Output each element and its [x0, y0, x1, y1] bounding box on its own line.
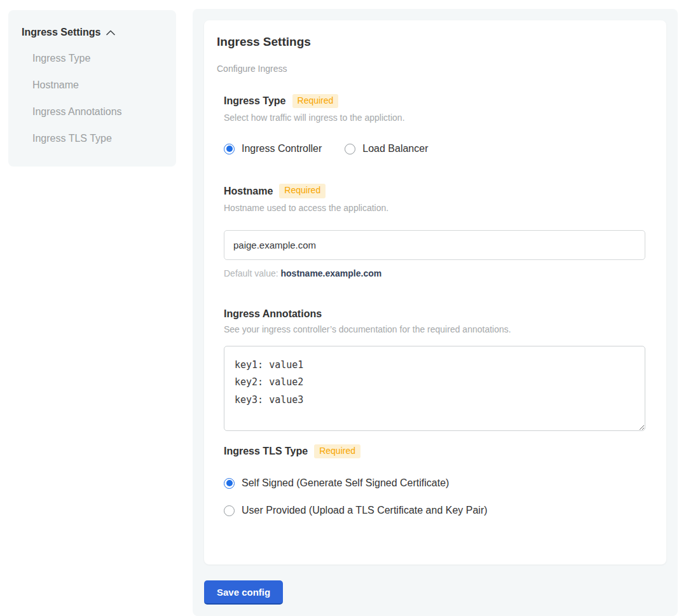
radio-option-self-signed[interactable]: Self Signed (Generate Self Signed Certif…: [224, 477, 654, 489]
section-ingress-annotations-head: Ingress Annotations: [224, 308, 654, 320]
radio-option-load-balancer[interactable]: Load Balancer: [345, 143, 428, 154]
section-hostname: Hostname Required Hostname used to acces…: [224, 184, 654, 278]
config-card: Ingress Settings Configure Ingress Ingre…: [204, 20, 666, 565]
radio-label[interactable]: User Provided (Upload a TLS Certificate …: [242, 505, 488, 516]
ingress-type-radio-group: Ingress Controller Load Balancer: [224, 143, 654, 154]
section-ingress-type-head: Ingress Type Required: [224, 94, 654, 108]
radio-button-icon[interactable]: [224, 505, 235, 516]
section-ingress-annotations: Ingress Annotations See your ingress con…: [224, 308, 654, 431]
radio-label[interactable]: Load Balancer: [362, 143, 428, 154]
section-hostname-head: Hostname Required: [224, 184, 654, 198]
section-ingress-tls-type-title: Ingress TLS Type: [224, 445, 308, 457]
ingress-tls-type-radio-group: Self Signed (Generate Self Signed Certif…: [224, 477, 654, 516]
section-hostname-title: Hostname: [224, 185, 273, 197]
sidebar-group-ingress-settings[interactable]: Ingress Settings: [22, 27, 163, 38]
section-ingress-type-help: Select how traffic will ingress to the a…: [224, 113, 654, 123]
sidebar-item-ingress-tls-type[interactable]: Ingress TLS Type: [32, 133, 163, 144]
chevron-up-icon: [106, 30, 115, 36]
sidebar-item-ingress-annotations[interactable]: Ingress Annotations: [32, 107, 163, 117]
config-panel: Ingress Settings Configure Ingress Ingre…: [193, 9, 678, 616]
section-ingress-annotations-title: Ingress Annotations: [224, 308, 322, 320]
config-nav-sidebar: Ingress Settings Ingress Type Hostname I…: [8, 10, 176, 167]
section-ingress-type-title: Ingress Type: [224, 95, 286, 107]
ingress-annotations-textarea[interactable]: key1: value1 key2: value2 key3: value3: [224, 346, 645, 431]
radio-option-ingress-controller[interactable]: Ingress Controller: [224, 143, 322, 154]
radio-button-icon[interactable]: [224, 478, 235, 489]
radio-option-user-provided[interactable]: User Provided (Upload a TLS Certificate …: [224, 505, 654, 516]
hostname-default-value-line: Default value: hostname.example.com: [224, 268, 654, 278]
section-ingress-tls-type: Ingress TLS Type Required Self Signed (G…: [224, 444, 654, 516]
section-ingress-tls-type-head: Ingress TLS Type Required: [224, 444, 654, 458]
page-title: Ingress Settings: [217, 35, 654, 50]
sidebar-item-list: Ingress Type Hostname Ingress Annotation…: [22, 53, 163, 144]
radio-label[interactable]: Self Signed (Generate Self Signed Certif…: [242, 477, 449, 489]
radio-button-icon[interactable]: [345, 144, 355, 154]
page-subtitle: Configure Ingress: [217, 64, 654, 74]
default-value-text: hostname.example.com: [281, 268, 382, 278]
save-config-button[interactable]: Save config: [204, 580, 283, 605]
sidebar-group-label: Ingress Settings: [22, 27, 100, 38]
radio-button-icon[interactable]: [224, 144, 235, 154]
radio-label[interactable]: Ingress Controller: [242, 143, 322, 154]
section-hostname-help: Hostname used to access the application.: [224, 203, 654, 213]
config-page: Ingress Settings Ingress Type Hostname I…: [0, 0, 693, 616]
sidebar-item-hostname[interactable]: Hostname: [32, 80, 163, 90]
sidebar-item-ingress-type[interactable]: Ingress Type: [32, 53, 163, 64]
required-badge: Required: [292, 94, 339, 108]
default-value-label: Default value:: [224, 268, 278, 278]
required-badge: Required: [314, 444, 360, 458]
section-ingress-type: Ingress Type Required Select how traffic…: [224, 94, 654, 154]
config-sections: Ingress Type Required Select how traffic…: [224, 94, 654, 516]
section-ingress-annotations-help: See your ingress controller’s documentat…: [224, 324, 654, 334]
required-badge: Required: [279, 184, 326, 198]
hostname-input[interactable]: [224, 230, 645, 260]
